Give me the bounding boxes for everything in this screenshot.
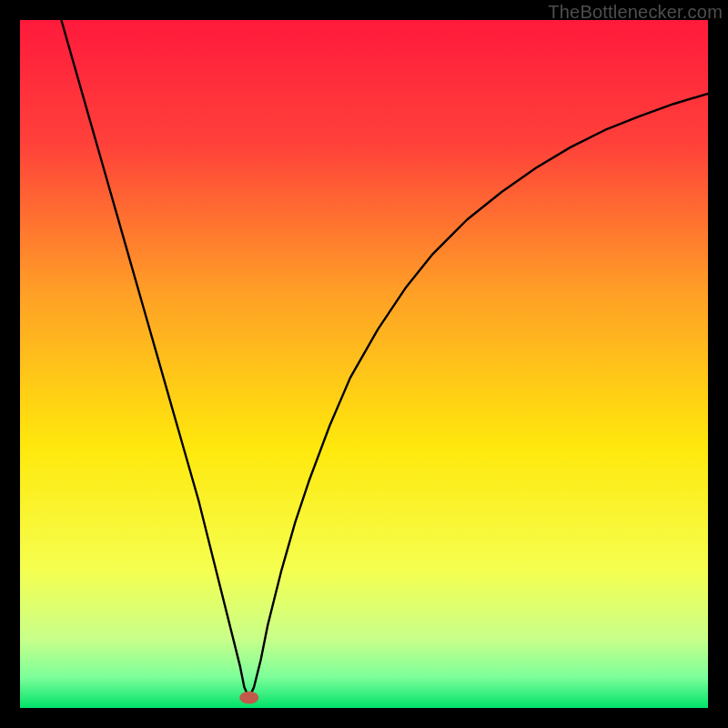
optimum-marker <box>239 692 258 704</box>
gradient-background <box>20 20 708 708</box>
outer-frame: TheBottlenecker.com <box>0 0 728 728</box>
chart-svg <box>20 20 708 708</box>
chart-area <box>20 20 708 708</box>
